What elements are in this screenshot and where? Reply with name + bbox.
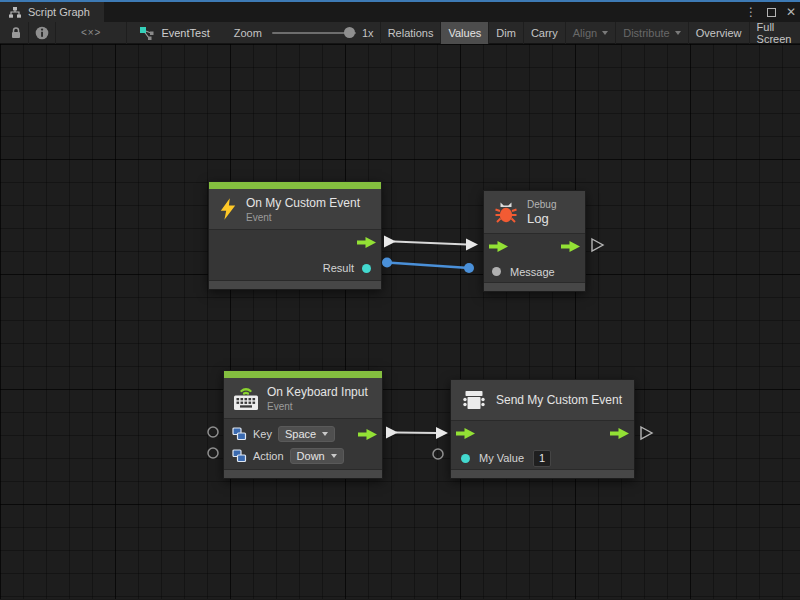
flow-continuation-triangle[interactable]: [641, 427, 652, 439]
chevron-down-icon: [675, 31, 681, 35]
message-port-label: Message: [510, 266, 555, 278]
graph-breadcrumb[interactable]: EventTest: [139, 26, 209, 40]
lightning-icon: [219, 197, 237, 221]
connections-layer: [0, 44, 800, 599]
zoom-value: 1x: [362, 27, 374, 39]
graph-canvas[interactable]: On My Custom Event Event Result: [0, 44, 800, 599]
chevron-down-icon: [331, 454, 337, 458]
node-title: Send My Custom Event: [496, 393, 622, 407]
zoom-label: Zoom: [234, 27, 262, 39]
align-dropdown[interactable]: Align: [565, 22, 615, 44]
title-bar: Script Graph ⋮ ✕: [0, 2, 800, 22]
window-maximize-icon[interactable]: [767, 8, 776, 17]
chevron-down-icon: [602, 31, 608, 35]
enum-type-icon: [232, 449, 247, 463]
node-title: On Keyboard Input: [267, 385, 368, 399]
flow-output-arrow-icon[interactable]: [358, 429, 377, 440]
unconnected-input-circle[interactable]: [208, 448, 218, 458]
info-icon: [35, 26, 49, 40]
node-title: On My Custom Event: [246, 196, 360, 210]
node-send-my-custom-event[interactable]: Send My Custom Event My Value: [450, 379, 635, 479]
flow-continuation-triangle[interactable]: [592, 239, 603, 251]
bug-icon: [494, 200, 518, 224]
code-preview-button[interactable]: <×>: [56, 22, 127, 44]
node-subtitle: Event: [246, 212, 360, 223]
enum-type-icon: [232, 427, 247, 441]
node-category: Debug: [527, 199, 556, 210]
graph-toolbar: <×> EventTest Zoom 1x Relations Values D…: [0, 22, 800, 44]
distribute-dropdown[interactable]: Distribute: [615, 22, 687, 44]
node-footer: [209, 281, 381, 289]
chevron-down-icon: [322, 432, 328, 436]
key-port-label: Key: [253, 428, 272, 440]
node-on-my-custom-event[interactable]: On My Custom Event Event Result: [208, 181, 382, 290]
window-close-icon[interactable]: ✕: [786, 2, 796, 22]
tab-label: Script Graph: [28, 6, 90, 18]
values-button[interactable]: Values: [440, 22, 488, 44]
flow-output-arrow-icon[interactable]: [610, 428, 629, 439]
event-accent-bar: [209, 182, 381, 189]
relations-button[interactable]: Relations: [380, 22, 441, 44]
zoom-slider[interactable]: [272, 32, 356, 34]
dim-button[interactable]: Dim: [488, 22, 523, 44]
node-footer: [484, 283, 585, 291]
fullscreen-button[interactable]: Full Screen: [749, 22, 800, 44]
lock-icon: [10, 26, 22, 39]
flow-output-arrow-icon[interactable]: [561, 241, 580, 252]
window-menu-icon[interactable]: ⋮: [745, 2, 757, 22]
code-icon: <×>: [63, 27, 120, 38]
inspector-button[interactable]: [29, 22, 55, 44]
flow-input-arrow-icon[interactable]: [489, 241, 508, 252]
my-value-port-label: My Value: [479, 452, 524, 464]
unconnected-input-circle[interactable]: [433, 449, 443, 459]
node-debug-log[interactable]: Debug Log Message: [483, 190, 586, 292]
unconnected-input-circle[interactable]: [208, 427, 218, 437]
result-value-port[interactable]: [362, 264, 371, 273]
graph-icon: [8, 6, 22, 18]
action-dropdown[interactable]: Down: [290, 448, 344, 464]
unit-machine-icon: [461, 388, 487, 412]
carry-button[interactable]: Carry: [523, 22, 565, 44]
my-value-input[interactable]: [533, 450, 551, 467]
connection-control-flow-keyboard-to-send[interactable]: [386, 427, 448, 440]
action-port-label: Action: [253, 450, 284, 462]
node-footer: [451, 470, 634, 478]
node-subtitle: Event: [267, 401, 368, 412]
lock-button[interactable]: [4, 22, 28, 44]
connection-value-result-to-message[interactable]: [382, 258, 474, 274]
node-title: Log: [527, 211, 556, 226]
key-dropdown[interactable]: Space: [278, 426, 335, 442]
result-port-label: Result: [323, 262, 354, 274]
graph-name: EventTest: [161, 27, 209, 39]
flow-input-arrow-icon[interactable]: [456, 428, 475, 439]
zoom-slider-handle[interactable]: [344, 27, 355, 38]
node-footer: [224, 470, 382, 478]
graph-asset-icon: [139, 26, 155, 40]
overview-button[interactable]: Overview: [688, 22, 749, 44]
my-value-port[interactable]: [461, 454, 470, 463]
node-on-keyboard-input[interactable]: On Keyboard Input Event Key Space: [223, 370, 383, 479]
message-value-port[interactable]: [492, 267, 501, 276]
keyboard-icon: [232, 384, 260, 412]
event-accent-bar: [224, 371, 382, 378]
flow-output-arrow-icon[interactable]: [357, 237, 376, 248]
connection-control-flow-event-to-log[interactable]: [384, 236, 478, 251]
tab-script-graph[interactable]: Script Graph: [0, 2, 104, 22]
